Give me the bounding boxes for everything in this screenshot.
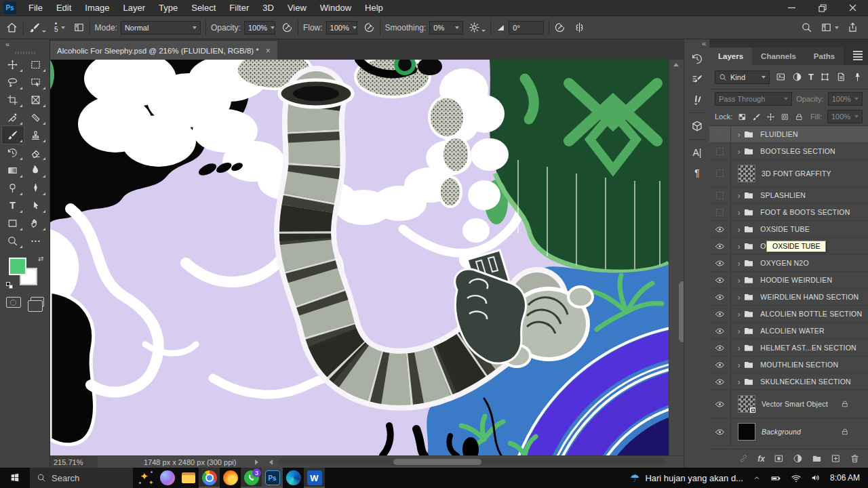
- visibility-toggle[interactable]: [709, 357, 731, 373]
- expand-group-icon[interactable]: ›: [738, 190, 740, 200]
- swap-colors-icon[interactable]: ⇄: [38, 255, 43, 262]
- expand-group-icon[interactable]: ›: [738, 326, 740, 336]
- frame-tool[interactable]: [25, 91, 47, 108]
- filter-adjustment-icon[interactable]: [792, 72, 802, 82]
- zoom-level-field[interactable]: 215.71%: [50, 456, 98, 468]
- visibility-toggle[interactable]: [709, 187, 731, 203]
- scroll-left-icon[interactable]: [269, 460, 273, 465]
- collapse-panels-icon[interactable]: «: [684, 39, 709, 49]
- layer-thumbnail-black[interactable]: [738, 423, 755, 441]
- layer-name[interactable]: FOOT & BOOTS SECTION: [760, 208, 850, 216]
- pressure-size-icon[interactable]: [554, 22, 566, 33]
- flow-input[interactable]: 100%: [326, 21, 357, 35]
- status-expand-icon[interactable]: [255, 460, 258, 465]
- layer-name[interactable]: OXYGEN N2O: [760, 259, 808, 267]
- weather-widget[interactable]: ☂ Hari hujan yang akan d...: [630, 472, 743, 485]
- blend-mode-select[interactable]: Pass Through: [715, 92, 792, 106]
- volume-icon[interactable]: [810, 472, 821, 483]
- link-layers-icon[interactable]: [738, 453, 749, 464]
- pen-tool[interactable]: [25, 179, 47, 197]
- search-icon[interactable]: [801, 22, 812, 33]
- lasso-tool[interactable]: [2, 73, 24, 91]
- filter-image-icon[interactable]: [776, 72, 786, 82]
- materials-panel-icon[interactable]: [684, 116, 710, 136]
- layer-style-icon[interactable]: fx: [757, 454, 765, 464]
- menu-item-file[interactable]: File: [22, 0, 50, 16]
- adjustment-layer-icon[interactable]: [793, 453, 803, 464]
- lock-transparency-icon[interactable]: [738, 113, 747, 121]
- character-panel-icon[interactable]: A|: [684, 142, 710, 163]
- taskbar-search[interactable]: Search: [30, 468, 133, 488]
- screen-mode-button[interactable]: [31, 297, 44, 307]
- close-document-icon[interactable]: ×: [266, 46, 271, 56]
- layer-name[interactable]: SPLASHLIEN: [760, 191, 806, 199]
- smoothing-input[interactable]: 0%: [429, 21, 463, 35]
- filter-kind-select[interactable]: Kind: [715, 70, 770, 84]
- canvas-vertical-scrollbar[interactable]: [669, 60, 684, 455]
- taskbar-file-explorer[interactable]: [178, 468, 199, 488]
- delete-layer-icon[interactable]: [850, 453, 860, 464]
- expand-group-icon[interactable]: ›: [738, 275, 740, 285]
- type-tool[interactable]: T: [2, 197, 24, 214]
- paragraph-panel-icon[interactable]: ¶: [684, 163, 710, 183]
- brush-settings-panel-icon[interactable]: [684, 69, 710, 89]
- taskbar-photoshop[interactable]: Ps: [262, 468, 283, 488]
- visibility-toggle[interactable]: [709, 204, 731, 220]
- tab-channels[interactable]: Channels: [752, 47, 805, 65]
- tab-paths[interactable]: Paths: [805, 47, 844, 65]
- layer-row[interactable]: ›FLUIDLIEN: [709, 126, 868, 143]
- layer-row[interactable]: ›OXOXSIDE TUBE: [709, 238, 868, 255]
- visibility-toggle[interactable]: [709, 323, 731, 339]
- layer-row[interactable]: ›FOOT & BOOTS SECTION: [709, 204, 868, 221]
- zoom-tool[interactable]: [2, 232, 24, 249]
- airbrush-icon[interactable]: [363, 22, 375, 33]
- lock-all-icon[interactable]: [795, 113, 804, 121]
- menu-item-image[interactable]: Image: [78, 0, 116, 16]
- brush-size-widget[interactable]: 5: [54, 22, 65, 33]
- lock-artboard-icon[interactable]: [781, 113, 789, 121]
- brush-angle-input[interactable]: 0°: [509, 21, 544, 35]
- path-selection-tool[interactable]: [25, 197, 47, 214]
- visibility-toggle[interactable]: [709, 272, 731, 288]
- opacity-input[interactable]: 100%: [244, 21, 275, 35]
- canvas-horizontal-scrollbar[interactable]: [278, 458, 665, 466]
- layer-name[interactable]: Background: [762, 428, 801, 436]
- layer-name[interactable]: ALCOLIEN WATER: [760, 327, 824, 335]
- layer-name[interactable]: HELMET AST...EN SECTION: [760, 344, 856, 352]
- object-selection-tool[interactable]: [25, 73, 47, 91]
- visibility-toggle[interactable]: [709, 238, 731, 254]
- visibility-toggle[interactable]: [709, 126, 731, 142]
- brushes-panel-icon[interactable]: [684, 89, 710, 110]
- layers-scrollbar[interactable]: [861, 156, 867, 485]
- layer-thumbnail-pattern[interactable]: [738, 165, 755, 182]
- document-tab[interactable]: Alcoholic For Sleephy.psd @ 216% (FLUIDL…: [50, 41, 277, 60]
- new-group-icon[interactable]: [812, 453, 822, 464]
- layer-row[interactable]: ›MOUTHLIEN SECTION: [709, 357, 868, 373]
- expand-group-icon[interactable]: ›: [738, 309, 740, 319]
- menu-item-select[interactable]: Select: [184, 0, 222, 16]
- layer-name[interactable]: HOODIE WEIRDLIEN: [760, 276, 832, 284]
- visibility-toggle[interactable]: [709, 160, 731, 186]
- dodge-tool[interactable]: [2, 179, 24, 197]
- history-brush-tool[interactable]: [2, 144, 24, 161]
- expand-group-icon[interactable]: ›: [738, 146, 740, 156]
- scroll-up-icon[interactable]: [673, 63, 679, 66]
- edit-toolbar-tool[interactable]: [25, 232, 47, 249]
- home-icon[interactable]: [5, 21, 18, 34]
- expand-group-icon[interactable]: ›: [738, 241, 740, 251]
- taskbar-copilot[interactable]: [157, 468, 178, 488]
- brush-tool[interactable]: [2, 126, 24, 144]
- layer-row[interactable]: ›OXSIDE TUBE: [709, 221, 868, 238]
- expand-group-icon[interactable]: ›: [738, 360, 740, 369]
- wifi-icon[interactable]: [791, 472, 802, 483]
- canvas[interactable]: [50, 60, 669, 455]
- layer-row[interactable]: ›HOODIE WEIRDLIEN: [709, 272, 868, 289]
- foreground-color-swatch[interactable]: [9, 258, 26, 275]
- filter-smart-object-icon[interactable]: [836, 72, 846, 82]
- pressure-opacity-icon[interactable]: [281, 22, 293, 33]
- layer-name[interactable]: SKULNECKLIEN SECTION: [760, 378, 851, 386]
- layer-row[interactable]: Background: [709, 418, 868, 446]
- crop-tool[interactable]: [2, 91, 24, 108]
- eyedropper-tool[interactable]: [2, 108, 24, 126]
- marquee-tool[interactable]: [25, 56, 47, 73]
